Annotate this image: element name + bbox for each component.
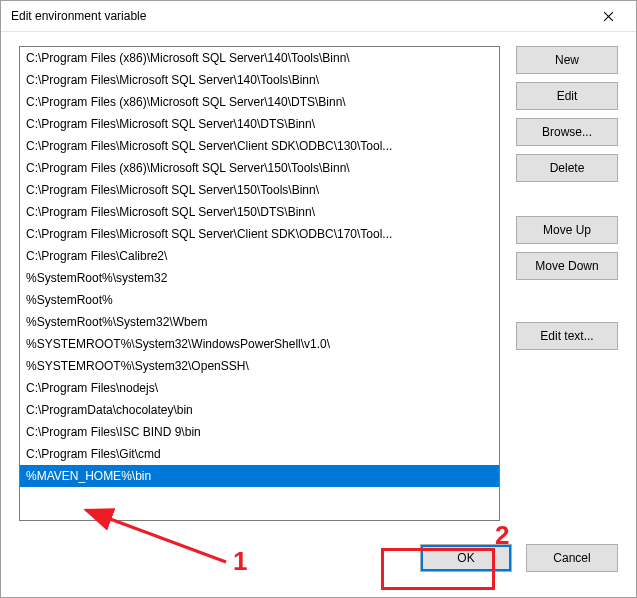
list-item[interactable]: %SYSTEMROOT%\System32\OpenSSH\ [20, 355, 499, 377]
client-area: C:\Program Files (x86)\Microsoft SQL Ser… [1, 32, 636, 597]
list-item[interactable]: C:\Program Files (x86)\Microsoft SQL Ser… [20, 91, 499, 113]
list-item[interactable]: C:\Program Files (x86)\Microsoft SQL Ser… [20, 157, 499, 179]
list-item[interactable]: C:\Program Files\Calibre2\ [20, 245, 499, 267]
list-item[interactable]: C:\Program Files\Microsoft SQL Server\Cl… [20, 135, 499, 157]
new-button[interactable]: New [516, 46, 618, 74]
edit-env-var-dialog: Edit environment variable C:\Program Fil… [0, 0, 637, 598]
spacer [516, 190, 618, 208]
list-item[interactable]: C:\Program Files\Microsoft SQL Server\15… [20, 201, 499, 223]
list-item[interactable]: %SystemRoot% [20, 289, 499, 311]
list-item[interactable]: C:\Program Files\Microsoft SQL Server\15… [20, 179, 499, 201]
spacer [516, 288, 618, 314]
edit-button[interactable]: Edit [516, 82, 618, 110]
list-item[interactable]: C:\Program Files (x86)\Microsoft SQL Ser… [20, 47, 499, 69]
path-listbox[interactable]: C:\Program Files (x86)\Microsoft SQL Ser… [19, 46, 500, 521]
path-listbox-wrapper: C:\Program Files (x86)\Microsoft SQL Ser… [19, 46, 500, 521]
titlebar: Edit environment variable [1, 1, 636, 32]
list-item[interactable]: %MAVEN_HOME%\bin [20, 465, 499, 487]
close-icon [603, 11, 614, 22]
list-item[interactable]: C:\Program Files\Microsoft SQL Server\14… [20, 69, 499, 91]
window-title: Edit environment variable [11, 9, 588, 23]
list-item[interactable]: C:\ProgramData\chocolatey\bin [20, 399, 499, 421]
side-buttons: New Edit Browse... Delete Move Up Move D… [516, 46, 618, 521]
cancel-button[interactable]: Cancel [526, 544, 618, 572]
browse-button[interactable]: Browse... [516, 118, 618, 146]
list-item[interactable]: %SYSTEMROOT%\System32\WindowsPowerShell\… [20, 333, 499, 355]
window-close-button[interactable] [588, 2, 628, 30]
list-item[interactable]: C:\Program Files\nodejs\ [20, 377, 499, 399]
main-row: C:\Program Files (x86)\Microsoft SQL Ser… [19, 46, 618, 521]
list-item[interactable]: %SystemRoot%\system32 [20, 267, 499, 289]
move-down-button[interactable]: Move Down [516, 252, 618, 280]
list-item[interactable]: C:\Program Files\Git\cmd [20, 443, 499, 465]
list-item[interactable]: C:\Program Files\Microsoft SQL Server\Cl… [20, 223, 499, 245]
list-item[interactable]: C:\Program Files\ISC BIND 9\bin [20, 421, 499, 443]
list-item[interactable]: %SystemRoot%\System32\Wbem [20, 311, 499, 333]
edit-text-button[interactable]: Edit text... [516, 322, 618, 350]
ok-button[interactable]: OK [420, 544, 512, 572]
list-item[interactable]: C:\Program Files\Microsoft SQL Server\14… [20, 113, 499, 135]
footer-row: OK Cancel [19, 521, 618, 581]
delete-button[interactable]: Delete [516, 154, 618, 182]
move-up-button[interactable]: Move Up [516, 216, 618, 244]
